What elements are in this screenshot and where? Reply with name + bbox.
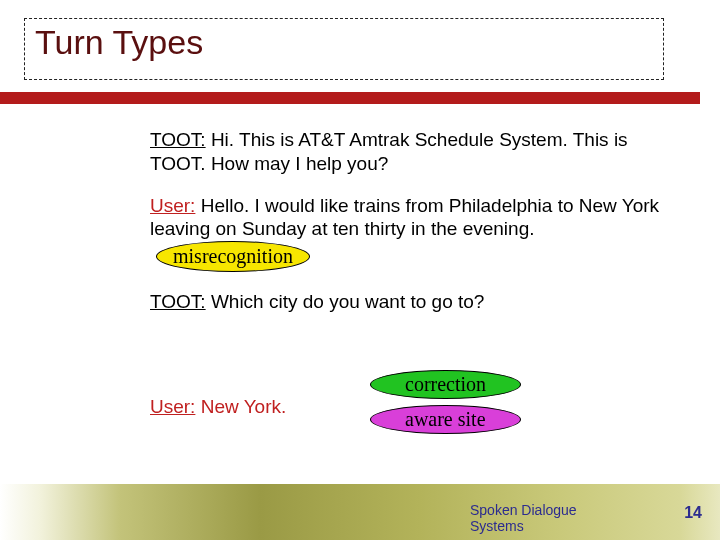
badge-aware-site: aware site <box>370 405 521 434</box>
slide: Turn Types TOOT: Hi. This is AT&T Amtrak… <box>0 0 720 540</box>
footer-line-1: Spoken Dialogue <box>470 502 577 518</box>
speaker-label-toot: TOOT: <box>150 129 206 150</box>
badge-stack: correction aware site <box>370 370 570 440</box>
footer-bar: Spoken Dialogue Systems 14 <box>0 484 720 540</box>
page-number: 14 <box>684 504 702 522</box>
divider-bar <box>0 92 700 104</box>
speaker-label-user: User: <box>150 195 195 216</box>
title-box: Turn Types <box>24 18 664 80</box>
badge-misrecognition: misrecognition <box>156 241 310 272</box>
badge-correction: correction <box>370 370 521 399</box>
turn-user-1: User: Hello. I would like trains from Ph… <box>150 194 670 273</box>
speaker-label-user: User: <box>150 396 195 417</box>
turn-toot-2: TOOT: Which city do you want to go to? <box>150 290 670 314</box>
utterance-text: Hi. This is AT&T Amtrak Schedule System.… <box>150 129 628 174</box>
turn-toot-1: TOOT: Hi. This is AT&T Amtrak Schedule S… <box>150 128 670 176</box>
turn-user-2: User: New York. <box>150 396 286 418</box>
footer-line-2: Systems <box>470 518 524 534</box>
slide-title: Turn Types <box>35 25 653 61</box>
utterance-text: Hello. I would like trains from Philadel… <box>150 195 659 240</box>
footer-text: Spoken Dialogue Systems <box>470 502 630 534</box>
speaker-label-toot: TOOT: <box>150 291 206 312</box>
utterance-text: Which city do you want to go to? <box>211 291 485 312</box>
utterance-text: New York. <box>201 396 287 417</box>
content-area: TOOT: Hi. This is AT&T Amtrak Schedule S… <box>150 128 670 314</box>
